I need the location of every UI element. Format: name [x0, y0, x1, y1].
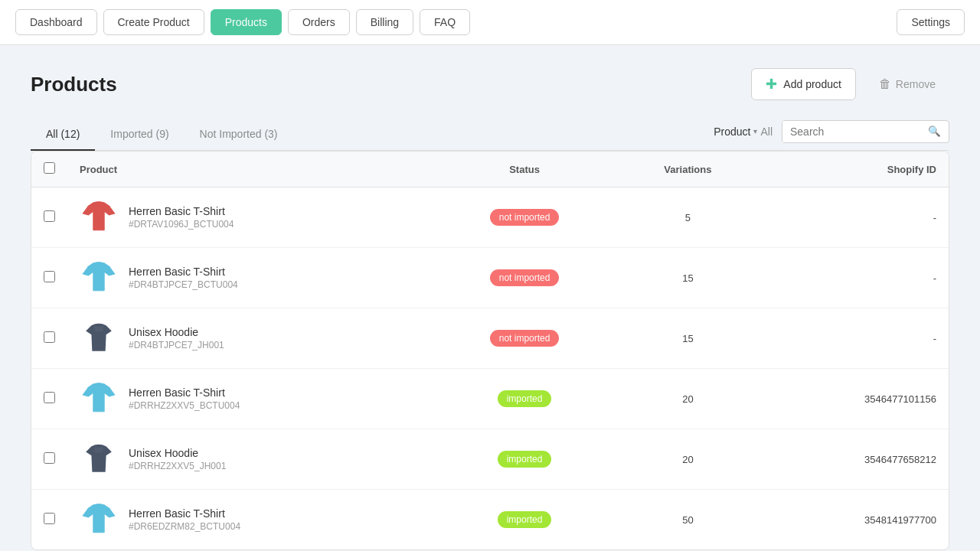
header-variations: Variations: [617, 152, 759, 187]
row-shopify-id-cell: 3546477101156: [759, 369, 949, 429]
product-thumbnail: [80, 440, 118, 478]
remove-button[interactable]: 🗑 Remove: [865, 70, 949, 98]
product-name: Herren Basic T-Shirt: [129, 205, 234, 217]
top-nav: Dashboard Create Product Products Orders…: [0, 0, 980, 45]
product-cell: Herren Basic T-Shirt #DRRHZ2XXV5_BCTU004: [80, 380, 420, 418]
table-row: Herren Basic T-Shirt #DR6EDZRM82_BCTU004…: [31, 490, 949, 550]
status-badge: imported: [498, 451, 552, 468]
header-checkbox-col: [31, 152, 67, 187]
row-checkbox-cell: [31, 187, 67, 248]
row-status-cell: not imported: [432, 308, 616, 369]
row-checkbox[interactable]: [44, 513, 55, 524]
product-info: Herren Basic T-Shirt #DRRHZ2XXV5_BCTU004: [129, 386, 240, 411]
product-name: Herren Basic T-Shirt: [129, 507, 240, 520]
row-shopify-id-cell: -: [759, 187, 949, 248]
header-status: Status: [432, 152, 616, 187]
tabs-left: All (12) Imported (9) Not Imported (3): [31, 119, 293, 150]
product-cell: Herren Basic T-Shirt #DR4BTJPCE7_BCTU004: [80, 259, 420, 297]
nav-left: Dashboard Create Product Products Orders…: [15, 9, 470, 35]
tab-all[interactable]: All (12): [31, 119, 95, 151]
nav-faq[interactable]: FAQ: [420, 9, 470, 35]
row-product-cell: Herren Basic T-Shirt #DR4BTJPCE7_BCTU004: [67, 248, 432, 308]
row-shopify-id-cell: 3548141977700: [759, 490, 949, 550]
search-icon-button[interactable]: 🔍: [920, 121, 949, 142]
product-name: Herren Basic T-Shirt: [129, 386, 240, 399]
trash-icon: 🗑: [879, 77, 891, 91]
chevron-down-icon: ▾: [753, 127, 757, 135]
product-thumbnail: [80, 380, 118, 418]
row-shopify-id-cell: 3546477658212: [759, 429, 949, 490]
table-row: Herren Basic T-Shirt #DRTAV1096J_BCTU004…: [31, 187, 949, 248]
tab-not-imported[interactable]: Not Imported (3): [185, 119, 293, 151]
status-badge: not imported: [490, 269, 560, 286]
table-row: Herren Basic T-Shirt #DRRHZ2XXV5_BCTU004…: [31, 369, 949, 429]
header-product: Product: [67, 152, 432, 187]
product-filter-label: Product: [714, 126, 750, 138]
remove-label: Remove: [896, 78, 936, 90]
row-variations-cell: 20: [617, 429, 759, 490]
status-badge: not imported: [490, 330, 560, 347]
tab-imported[interactable]: Imported (9): [95, 119, 184, 151]
status-badge: not imported: [490, 209, 560, 226]
nav-orders[interactable]: Orders: [288, 9, 350, 35]
product-cell: Unisex Hoodie #DRRHZ2XXV5_JH001: [80, 440, 420, 478]
page-header: Products ✚ Add product 🗑 Remove: [31, 68, 949, 100]
header-actions: ✚ Add product 🗑 Remove: [751, 68, 949, 100]
product-cell: Herren Basic T-Shirt #DRTAV1096J_BCTU004: [80, 198, 420, 236]
row-checkbox-cell: [31, 248, 67, 308]
row-status-cell: not imported: [432, 248, 616, 308]
tabs-bar: All (12) Imported (9) Not Imported (3) P…: [31, 119, 949, 151]
row-status-cell: imported: [432, 490, 616, 550]
nav-products[interactable]: Products: [211, 9, 282, 35]
row-product-cell: Unisex Hoodie #DR4BTJPCE7_JH001: [67, 308, 432, 369]
nav-billing[interactable]: Billing: [356, 9, 413, 35]
tabs-right: Product ▾ All 🔍: [714, 120, 949, 149]
table-row: Unisex Hoodie #DRRHZ2XXV5_JH001 imported…: [31, 429, 949, 490]
page-title: Products: [31, 73, 117, 96]
row-checkbox[interactable]: [44, 331, 55, 343]
product-info: Unisex Hoodie #DR4BTJPCE7_JH001: [129, 326, 224, 350]
search-input[interactable]: [782, 121, 920, 142]
status-badge: imported: [498, 511, 552, 528]
status-badge: imported: [498, 390, 552, 407]
product-cell: Herren Basic T-Shirt #DR6EDZRM82_BCTU004: [80, 500, 420, 539]
row-checkbox[interactable]: [44, 210, 55, 222]
table-row: Herren Basic T-Shirt #DR4BTJPCE7_BCTU004…: [31, 248, 949, 308]
row-checkbox[interactable]: [44, 392, 55, 403]
product-thumbnail: [80, 198, 118, 236]
row-variations-cell: 20: [617, 369, 759, 429]
row-status-cell: imported: [432, 369, 616, 429]
nav-dashboard[interactable]: Dashboard: [15, 9, 97, 35]
add-product-button[interactable]: ✚ Add product: [751, 68, 856, 100]
product-name: Unisex Hoodie: [129, 326, 224, 338]
row-shopify-id-cell: -: [759, 308, 949, 369]
product-info: Herren Basic T-Shirt #DRTAV1096J_BCTU004: [129, 205, 234, 230]
product-sku: #DR4BTJPCE7_JH001: [129, 340, 224, 350]
filter-all-label: All: [760, 126, 773, 138]
row-checkbox[interactable]: [44, 452, 55, 464]
row-checkbox[interactable]: [44, 271, 55, 282]
row-variations-cell: 15: [617, 248, 759, 308]
product-thumbnail: [80, 319, 118, 357]
row-variations-cell: 5: [617, 187, 759, 248]
product-name: Unisex Hoodie: [129, 447, 226, 459]
product-sku: #DR4BTJPCE7_BCTU004: [129, 279, 238, 290]
plus-icon: ✚: [766, 76, 777, 93]
row-product-cell: Herren Basic T-Shirt #DRRHZ2XXV5_BCTU004: [67, 369, 432, 429]
select-all-checkbox[interactable]: [44, 162, 55, 174]
product-filter[interactable]: Product ▾ All: [714, 126, 773, 138]
row-status-cell: imported: [432, 429, 616, 490]
nav-create-product[interactable]: Create Product: [103, 9, 204, 35]
row-checkbox-cell: [31, 308, 67, 369]
header-shopify-id: Shopify ID: [759, 152, 949, 187]
settings-button[interactable]: Settings: [897, 9, 965, 35]
products-table: Product Status Variations Shopify ID Her…: [31, 152, 949, 549]
row-shopify-id-cell: -: [759, 248, 949, 308]
product-cell: Unisex Hoodie #DR4BTJPCE7_JH001: [80, 319, 420, 357]
product-name: Herren Basic T-Shirt: [129, 266, 238, 278]
search-box: 🔍: [782, 120, 949, 143]
product-thumbnail: [80, 500, 118, 539]
row-product-cell: Unisex Hoodie #DRRHZ2XXV5_JH001: [67, 429, 432, 490]
row-product-cell: Herren Basic T-Shirt #DRTAV1096J_BCTU004: [67, 187, 432, 248]
row-checkbox-cell: [31, 369, 67, 429]
